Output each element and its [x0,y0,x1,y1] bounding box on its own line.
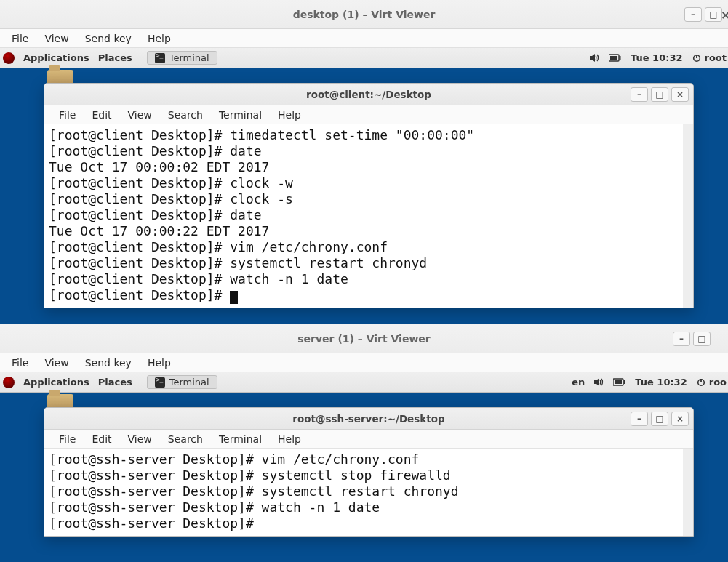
menu-terminal[interactable]: Terminal [212,107,269,123]
guest-desktop: Applications Places Terminal en Tue 10:3… [0,372,728,562]
close-button[interactable]: × [671,412,689,426]
menu-file[interactable]: File [4,31,36,47]
maximize-button[interactable]: □ [651,87,668,102]
terminal-output: [root@ssh-server Desktop]# vim /etc/chro… [49,451,679,531]
power-icon [692,54,702,63]
maximize-button[interactable]: □ [705,7,722,22]
task-terminal[interactable]: Terminal [147,51,217,65]
menu-help[interactable]: Help [271,107,308,123]
clock[interactable]: Tue 10:32 [635,377,687,388]
menu-places[interactable]: Places [98,377,132,388]
menu-view[interactable]: View [37,31,76,47]
applications-icon [3,52,15,64]
terminal-icon [155,53,165,63]
terminal-title: root@client:~/Desktop [306,89,431,100]
menu-file[interactable]: File [52,431,83,447]
menu-sendkey[interactable]: Send key [78,31,139,47]
virt-viewer-menubar: File View Send key Help [0,29,728,48]
guest-desktop: Applications Places Terminal Tue 10:32 r… [0,48,728,324]
menu-view[interactable]: View [37,355,76,371]
menu-places[interactable]: Places [98,52,132,63]
minimize-button[interactable]: – [631,412,648,426]
task-terminal[interactable]: Terminal [147,375,217,389]
maximize-button[interactable]: □ [693,332,711,346]
gnome-top-bar: Applications Places Terminal en Tue 10:3… [0,372,728,393]
task-terminal-label: Terminal [169,52,209,63]
menu-file[interactable]: File [4,355,36,371]
terminal-window-client: root@client:~/Desktop – □ × File Edit Vi… [44,83,694,308]
terminal-menubar: File Edit View Search Terminal Help [44,430,693,449]
user-name: roo [709,377,727,388]
menu-edit[interactable]: Edit [84,107,119,123]
battery-icon[interactable] [609,54,622,62]
svg-rect-7 [624,380,625,384]
applications-icon [3,377,15,388]
svg-rect-1 [610,56,617,60]
close-icon[interactable]: × [721,7,728,21]
terminal-titlebar[interactable]: root@client:~/Desktop – □ × [44,84,693,105]
menu-sendkey[interactable]: Send key [78,355,139,371]
terminal-title: root@ssh-server:~/Desktop [292,413,444,425]
virt-viewer-title: desktop (1) – Virt Viewer [293,9,436,20]
battery-icon[interactable] [613,378,626,386]
virt-viewer-title: server (1) – Virt Viewer [297,333,431,345]
virt-viewer-window-desktop: desktop (1) – Virt Viewer – □ × File Vie… [0,0,728,324]
clock[interactable]: Tue 10:32 [631,52,682,63]
menu-help[interactable]: Help [140,355,178,371]
menu-terminal[interactable]: Terminal [212,431,269,447]
power-icon [696,378,706,387]
svg-rect-2 [620,56,621,60]
terminal-icon [155,377,165,388]
svg-rect-6 [615,380,622,384]
maximize-button[interactable]: □ [651,412,668,426]
menu-help[interactable]: Help [271,431,308,447]
input-language[interactable]: en [572,377,585,388]
minimize-button[interactable]: – [684,7,702,22]
menu-applications[interactable]: Applications [23,52,89,63]
menu-view[interactable]: View [121,107,159,123]
volume-icon[interactable] [589,53,600,63]
menu-search[interactable]: Search [161,431,210,447]
gnome-top-bar: Applications Places Terminal Tue 10:32 r… [0,48,728,68]
terminal-titlebar[interactable]: root@ssh-server:~/Desktop – □ × [44,408,693,430]
user-indicator[interactable]: root [692,52,727,63]
terminal-viewport[interactable]: [root@ssh-server Desktop]# vim /etc/chro… [44,449,693,536]
menu-help[interactable]: Help [140,31,178,47]
minimize-button[interactable]: – [631,87,648,102]
user-indicator[interactable]: roo [696,377,727,388]
virt-viewer-titlebar[interactable]: desktop (1) – Virt Viewer – □ × [0,0,728,29]
terminal-output: [root@client Desktop]# timedatectl set-t… [49,127,679,303]
virt-viewer-window-server: server (1) – Virt Viewer – □ File View S… [0,324,728,562]
volume-icon[interactable] [593,377,604,387]
user-name: root [705,52,727,63]
menu-search[interactable]: Search [161,107,210,123]
virt-viewer-menubar: File View Send key Help [0,353,728,372]
terminal-window-server: root@ssh-server:~/Desktop – □ × File Edi… [44,407,694,537]
task-terminal-label: Terminal [169,377,209,388]
menu-edit[interactable]: Edit [84,431,119,447]
menu-view[interactable]: View [121,431,159,447]
close-button[interactable]: × [671,87,689,102]
menu-file[interactable]: File [52,107,83,123]
virt-viewer-titlebar[interactable]: server (1) – Virt Viewer – □ [0,324,728,353]
minimize-button[interactable]: – [673,332,690,346]
terminal-viewport[interactable]: [root@client Desktop]# timedatectl set-t… [44,124,693,308]
terminal-menubar: File Edit View Search Terminal Help [44,105,693,124]
menu-applications[interactable]: Applications [23,377,89,388]
